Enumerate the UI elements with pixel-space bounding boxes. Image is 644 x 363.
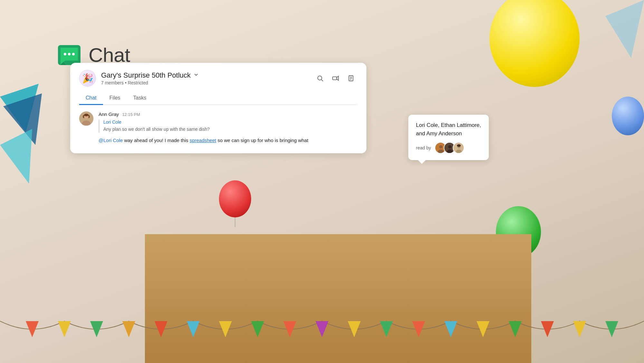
sender-avatar <box>79 111 93 126</box>
read-by-names: Lori Cole, Ethan Lattimore,and Amy Ander… <box>416 121 481 138</box>
read-by-tooltip: Lori Cole, Ethan Lattimore,and Amy Ander… <box>408 115 489 160</box>
message-text: @Lori Cole way ahead of you! I made this… <box>99 137 357 144</box>
quoted-text: Any plan so we don't all show up with th… <box>103 126 357 133</box>
chevron-down-icon[interactable] <box>193 72 199 79</box>
tab-files[interactable]: Files <box>103 92 127 105</box>
panel-header: 🎉 Gary's Surprise 50th Potluck 7 members… <box>70 63 366 87</box>
svg-point-28 <box>72 53 75 55</box>
group-meta: 7 members • Restricted <box>101 80 199 85</box>
mention-lori[interactable]: @Lori Cole <box>99 138 123 143</box>
svg-point-48 <box>439 145 442 148</box>
chat-content: Ann Gray 12:15 PM Lori Cole Any plan so … <box>70 105 366 153</box>
message-row: Ann Gray 12:15 PM Lori Cole Any plan so … <box>79 111 357 144</box>
sender-name: Ann Gray <box>99 111 119 117</box>
svg-point-27 <box>68 53 71 55</box>
group-avatar: 🎉 <box>79 70 96 87</box>
group-avatar-emoji: 🎉 <box>82 73 93 84</box>
svg-point-26 <box>64 53 66 55</box>
group-details: Gary's Surprise 50th Potluck 7 members •… <box>101 71 199 85</box>
read-avatars <box>435 142 464 154</box>
group-name-row[interactable]: Gary's Surprise 50th Potluck <box>101 71 199 80</box>
read-by-section: Lori Cole, Ethan Lattimore,and Amy Ander… <box>408 115 489 160</box>
search-button[interactable] <box>314 72 327 85</box>
read-avatar-3 <box>453 142 464 154</box>
message-meta: Ann Gray 12:15 PM <box>99 111 357 117</box>
notes-button[interactable] <box>345 72 357 85</box>
message-body: Ann Gray 12:15 PM Lori Cole Any plan so … <box>99 111 357 144</box>
message-time: 12:15 PM <box>122 112 140 117</box>
search-icon <box>317 75 324 82</box>
video-call-button[interactable] <box>329 72 342 85</box>
svg-point-46 <box>84 114 89 116</box>
svg-rect-31 <box>333 77 337 80</box>
read-by-row: read by <box>416 142 481 154</box>
quoted-sender: Lori Cole <box>103 119 357 125</box>
video-icon <box>332 75 339 82</box>
read-by-label: read by <box>416 145 431 151</box>
group-info: 🎉 Gary's Surprise 50th Potluck 7 members… <box>79 70 199 87</box>
message-text-middle: way ahead of you! I made this <box>124 138 189 143</box>
tabs-bar: Chat Files Tasks <box>79 92 357 105</box>
notes-icon <box>347 75 355 82</box>
header-actions <box>314 72 357 85</box>
group-name: Gary's Surprise 50th Potluck <box>101 71 191 80</box>
chat-logo-svg <box>58 45 80 65</box>
svg-point-29 <box>318 76 322 80</box>
ann-gray-avatar-svg <box>79 111 93 126</box>
quoted-message: Lori Cole Any plan so we don't all show … <box>99 119 357 133</box>
message-text-end: so we can sign up for who is bringing wh… <box>218 138 308 143</box>
tab-chat[interactable]: Chat <box>79 92 103 105</box>
svg-point-56 <box>457 144 461 147</box>
chat-panel: 🎉 Gary's Surprise 50th Potluck 7 members… <box>70 63 366 153</box>
svg-line-30 <box>321 80 323 81</box>
spreadsheet-link[interactable]: spreadsheet <box>190 138 216 143</box>
svg-marker-32 <box>337 76 339 81</box>
svg-point-51 <box>448 145 451 148</box>
tab-tasks[interactable]: Tasks <box>127 92 153 105</box>
